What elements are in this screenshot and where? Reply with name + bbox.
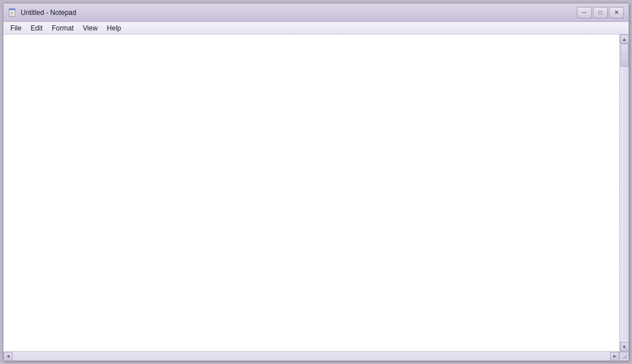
- text-editor[interactable]: [3, 35, 619, 351]
- scroll-track-vertical[interactable]: [620, 44, 629, 342]
- vertical-scrollbar: ▲ ▼: [619, 35, 629, 351]
- scroll-track-horizontal[interactable]: [13, 352, 610, 361]
- window-title: Untitled - Notepad: [21, 9, 577, 17]
- menu-bar: File Edit Format View Help: [3, 22, 629, 35]
- scroll-up-button[interactable]: ▲: [620, 35, 629, 44]
- menu-format[interactable]: Format: [47, 23, 78, 33]
- close-button[interactable]: ✕: [609, 7, 624, 18]
- minimize-button[interactable]: ─: [577, 7, 592, 18]
- menu-file[interactable]: File: [6, 23, 26, 33]
- scroll-right-button[interactable]: ►: [610, 352, 619, 361]
- scroll-left-button[interactable]: ◄: [3, 352, 13, 361]
- menu-edit[interactable]: Edit: [26, 23, 47, 33]
- title-bar: Untitled - Notepad ─ □ ✕: [3, 3, 629, 22]
- text-area-wrapper: ▲ ▼: [3, 35, 629, 351]
- menu-help[interactable]: Help: [102, 23, 126, 33]
- menu-view[interactable]: View: [78, 23, 102, 33]
- horizontal-scrollbar: ◄ ►: [3, 351, 629, 361]
- notepad-window: Untitled - Notepad ─ □ ✕ File Edit Forma…: [3, 3, 629, 361]
- scroll-thumb-vertical[interactable]: [620, 44, 629, 67]
- scroll-corner: [619, 352, 629, 361]
- svg-rect-1: [9, 9, 15, 10]
- window-controls: ─ □ ✕: [577, 7, 624, 18]
- svg-line-7: [626, 358, 627, 359]
- app-icon: [8, 8, 17, 17]
- maximize-button[interactable]: □: [593, 7, 608, 18]
- content-area: ▲ ▼ ◄ ►: [3, 35, 629, 361]
- scroll-down-button[interactable]: ▼: [620, 342, 629, 351]
